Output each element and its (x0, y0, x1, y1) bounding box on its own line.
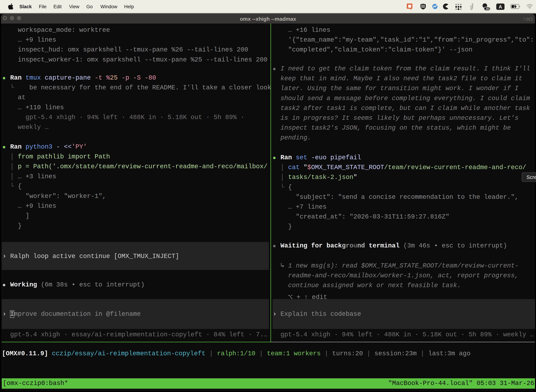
svg-text:A: A (499, 4, 502, 9)
svg-text:..61: ..61 (485, 7, 490, 10)
